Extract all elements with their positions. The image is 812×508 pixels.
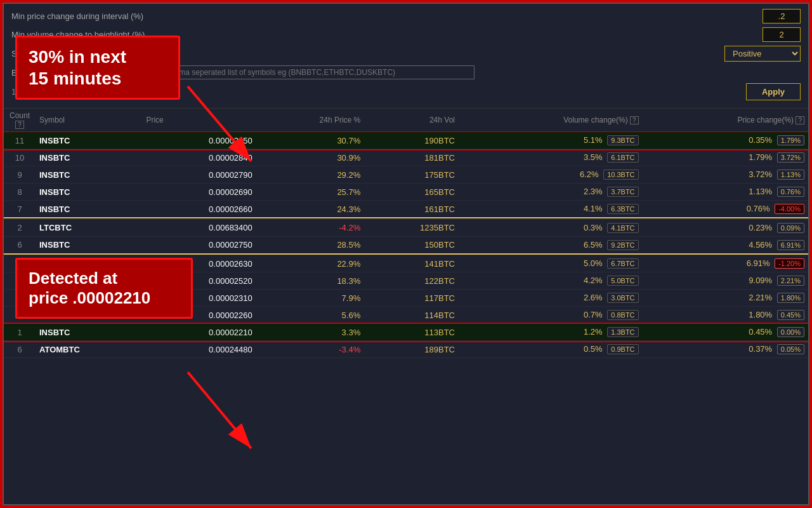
cell-price: 0.00002790 — [142, 166, 256, 184]
cell-price: 0.00002750 — [142, 236, 256, 254]
cell-vol24h: 175BTC — [364, 166, 459, 184]
pricechange-badge: 0.76% — [777, 187, 804, 197]
show-coin-select[interactable]: Positive Negative Both — [724, 46, 801, 62]
cell-symbol: INSBTC — [36, 236, 142, 254]
cell-price24h: 22.9% — [256, 255, 364, 272]
pricechange-badge: 1.80% — [777, 293, 804, 303]
cell-pricechange: 0.23% 0.09% — [643, 219, 808, 236]
cell-price24h: -4.2% — [256, 219, 364, 236]
cell-price: 0.00002210 — [142, 324, 256, 341]
cell-volchange: 0.3% 4.1BTC — [459, 219, 643, 236]
cell-vol24h: 161BTC — [364, 201, 459, 218]
cell-symbol: ATOMBTC — [36, 341, 142, 358]
cell-count: 10 — [4, 149, 36, 166]
cell-count: 11 — [4, 132, 36, 149]
blacklist-label: Blacklist (Symbols must be all caps) — [11, 68, 151, 77]
cell-volchange: 1.2% 1.3BTC — [459, 324, 643, 341]
vol-badge: 0.9BTC — [607, 344, 638, 354]
cell-volchange: 5.1% 9.3BTC — [459, 132, 643, 149]
cell-vol24h: 117BTC — [364, 290, 459, 307]
cell-price: 0.00002850 — [142, 132, 256, 149]
table-row: 8 INSBTC 0.00002690 25.7% 165BTC 2.3% 3.… — [4, 184, 808, 201]
cell-symbol: INSBTC — [36, 290, 142, 307]
cell-pricechange: 1.79% 3.72% — [643, 149, 808, 166]
volchange-help-icon[interactable]: ? — [630, 116, 639, 124]
cell-price: 0.00002690 — [142, 184, 256, 201]
cell-price24h: 25.7% — [256, 184, 364, 201]
table-row: 4 INSBTC 0.00002520 18.3% 122BTC 4.2% 5.… — [4, 272, 808, 290]
cell-symbol: INSBTC — [36, 201, 142, 218]
table-row: 10 INSBTC 0.00002840 30.9% 181BTC 3.5% 6… — [4, 149, 808, 166]
min-volume-change-input[interactable] — [763, 27, 801, 42]
cell-pricechange: 0.76% -4.00% — [643, 201, 808, 218]
cell-symbol: INSBTC — [36, 255, 142, 272]
cell-count: 1 — [4, 324, 36, 341]
cell-price: 0.00002310 — [142, 290, 256, 307]
cell-price24h: 30.9% — [256, 149, 364, 166]
col-symbol: Symbol — [36, 109, 142, 132]
table-row: 9 INSBTC 0.00002790 29.2% 175BTC 6.2% 10… — [4, 166, 808, 184]
cell-pricechange: 3.72% 1.13% — [643, 166, 808, 184]
cell-price24h: 24.3% — [256, 201, 364, 218]
cell-pricechange: 0.37% 0.05% — [643, 341, 808, 358]
pricechange-badge: -1.20% — [775, 258, 804, 269]
col-volchange: Volume change(%) ? — [459, 109, 643, 132]
cell-symbol: INSBTC — [36, 184, 142, 201]
col-pricechange: Price change(%) ? — [643, 109, 808, 132]
cell-vol24h: 122BTC — [364, 272, 459, 290]
cell-count: 3 — [4, 290, 36, 307]
cell-price24h: 7.9% — [256, 290, 364, 307]
blacklist-input[interactable] — [157, 65, 475, 79]
vol-badge: 6.3BTC — [607, 204, 638, 214]
cell-price24h: -3.4% — [256, 341, 364, 358]
col-vol24h: 24h Vol — [364, 109, 459, 132]
cell-count: 9 — [4, 166, 36, 184]
min-price-change-input[interactable] — [763, 9, 801, 23]
cell-count: 6 — [4, 236, 36, 254]
cell-volchange: 2.3% 3.7BTC — [459, 184, 643, 201]
cell-price: 0.00002520 — [142, 272, 256, 290]
table-row: 7 INSBTC 0.00002660 24.3% 161BTC 4.1% 6.… — [4, 201, 808, 218]
min-price-change-label: Min price change during interval (%) — [11, 11, 151, 21]
cell-vol24h: 189BTC — [364, 341, 459, 358]
vol-badge: 3.0BTC — [607, 293, 638, 303]
apply-button[interactable]: Apply — [746, 83, 801, 100]
pricechange-badge: 1.79% — [777, 135, 804, 145]
cell-price24h: 29.2% — [256, 166, 364, 184]
timer-input[interactable] — [59, 85, 87, 98]
cell-pricechange: 1.80% 0.45% — [643, 307, 808, 324]
pricechange-help-icon[interactable]: ? — [796, 116, 804, 124]
cell-symbol: INSBTC — [36, 307, 142, 324]
cell-vol24h: 114BTC — [364, 307, 459, 324]
cell-volchange: 5.0% 6.7BTC — [459, 255, 643, 272]
cell-price: 0.00683400 — [142, 219, 256, 236]
vol-badge: 10.3BTC — [603, 170, 638, 180]
cell-count: 8 — [4, 184, 36, 201]
vol-badge: 9.3BTC — [607, 135, 638, 145]
vol-badge: 0.8BTC — [607, 310, 638, 320]
cell-volchange: 6.2% 10.3BTC — [459, 166, 643, 184]
cell-symbol: INSBTC — [36, 132, 142, 149]
cell-price24h: 5.6% — [256, 307, 364, 324]
cell-vol24h: 1235BTC — [364, 219, 459, 236]
cell-pricechange: 2.21% 1.80% — [643, 290, 808, 307]
table-row: 6 INSBTC 0.00002750 28.5% 150BTC 6.5% 9.… — [4, 236, 808, 254]
cell-symbol: INSBTC — [36, 149, 142, 166]
vol-badge: 1.3BTC — [607, 327, 638, 337]
vol-badge: 6.7BTC — [607, 258, 638, 269]
cell-pricechange: 1.13% 0.76% — [643, 184, 808, 201]
cell-vol24h: 113BTC — [364, 324, 459, 341]
cell-volchange: 3.5% 6.1BTC — [459, 149, 643, 166]
cell-vol24h: 165BTC — [364, 184, 459, 201]
cell-pricechange: 4.56% 6.91% — [643, 236, 808, 254]
table-row: 2 LTCBTC 0.00683400 -4.2% 1235BTC 0.3% 4… — [4, 219, 808, 236]
pricechange-badge: 2.21% — [777, 276, 804, 286]
count-help-icon[interactable]: ? — [15, 121, 24, 129]
cell-vol24h: 150BTC — [364, 236, 459, 254]
cell-count: 5 — [4, 255, 36, 272]
table-row: 5 INSBTC 0.00002630 22.9% 141BTC 5.0% 6.… — [4, 255, 808, 272]
cell-symbol: INSBTC — [36, 324, 142, 341]
vol-badge: 3.7BTC — [607, 187, 638, 197]
vol-badge: 9.2BTC — [607, 240, 638, 250]
cell-price24h: 30.7% — [256, 132, 364, 149]
